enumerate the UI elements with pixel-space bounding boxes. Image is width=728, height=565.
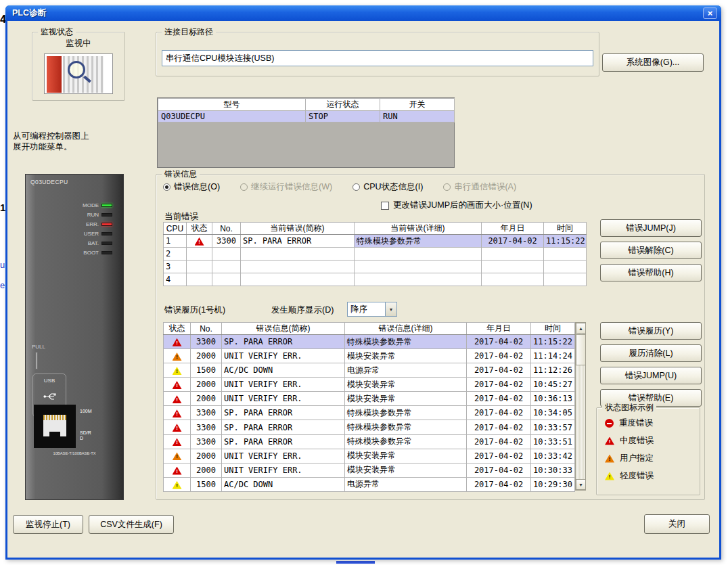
date-cell: 2017-04-02	[467, 363, 531, 378]
plc-diagnostics-dialog: PLC诊断 × 监视状态 监视中 从可编程控制器图上 展开功能菜单。 Q03UD…	[5, 5, 721, 560]
error-no-cell	[212, 261, 241, 273]
column-header: 当前错误(简称)	[241, 223, 355, 235]
error-no-cell: 3300	[191, 434, 222, 449]
error-brief-cell: UNIT VERIFY ERR.	[222, 349, 345, 363]
status-cell: !	[164, 477, 191, 491]
connection-path-group: 连接目标路径 串行通信CPU模块连接(USB)	[156, 32, 599, 76]
history-row[interactable]: !2000UNIT VERIFY ERR.模块安装异常2017-04-0211:…	[164, 349, 575, 363]
radio-continue-error[interactable]: 继续运行错误信息(W)	[240, 181, 332, 193]
chevron-down-icon[interactable]: ▼	[385, 302, 396, 316]
monitor-stop-button[interactable]: 监视停止(T)	[13, 515, 83, 534]
scroll-down-icon[interactable]: ▼	[576, 479, 586, 490]
history-row[interactable]: !1500AC/DC DOWN电源异常2017-04-0211:12:26	[164, 363, 575, 378]
close-icon[interactable]: ×	[703, 7, 717, 19]
radio-label: CPU状态信息(I)	[363, 181, 423, 193]
history-row[interactable]: !2000UNIT VERIFY ERR.模块安装异常2017-04-0210:…	[164, 378, 575, 392]
exclamation-mark: !	[605, 474, 614, 480]
title-bar[interactable]: PLC诊断 ×	[5, 5, 721, 21]
history-row[interactable]: !3300SP. PARA ERROR特殊模块参数异常2017-04-0210:…	[164, 434, 575, 449]
status-cell: !	[164, 449, 191, 463]
date-cell: 2017-04-02	[467, 477, 531, 491]
error-brief-cell	[241, 248, 355, 261]
medium-error-icon: !	[173, 409, 182, 417]
error-history-button[interactable]: 错误履历(Y)	[600, 322, 702, 340]
led-user	[101, 232, 112, 235]
column-header: 时间	[531, 323, 575, 335]
system-image-button[interactable]: 系统图像(G)...	[602, 53, 704, 72]
radio-circle	[352, 183, 360, 191]
model-table-row[interactable]: Q03UDECPUSTOPRUN	[158, 111, 455, 122]
time-cell: 11:12:26	[531, 363, 575, 378]
history-row[interactable]: !1500AC/DC DOWN电源异常2017-04-0210:29:30	[164, 477, 575, 491]
scroll-up-icon[interactable]: ▲	[576, 323, 586, 334]
time-cell	[544, 261, 587, 273]
current-error-table[interactable]: CPU状态No.当前错误(简称)当前错误(详细)年月日时间1!3300SP. P…	[163, 222, 587, 286]
status-cell	[187, 261, 212, 273]
legend-item: !中度错误	[605, 435, 654, 447]
history-row[interactable]: !2000UNIT VERIFY ERR.模块安装异常2017-04-0210:…	[164, 449, 575, 463]
status-cell: !	[164, 434, 191, 449]
radio-serial-error[interactable]: 串行通信错误(A)	[443, 181, 516, 193]
led-label: USER	[84, 231, 99, 237]
led-bat	[101, 242, 112, 245]
current-error-row[interactable]: 2	[164, 248, 587, 261]
severe-error-icon	[605, 419, 614, 428]
background-bar-fragment	[336, 561, 375, 564]
background-text-fragment: u	[0, 260, 5, 270]
error-brief-cell: SP. PARA ERROR	[222, 434, 345, 449]
error-brief-cell: SP. PARA ERROR	[222, 420, 345, 434]
status-cell: !	[164, 349, 191, 363]
current-error-row[interactable]: 1!3300SP. PARA ERROR特殊模块参数异常2017-04-0211…	[164, 235, 587, 248]
checkbox-box[interactable]	[381, 202, 389, 210]
column-header: CPU	[164, 223, 187, 235]
monitor-status-text: 监视中	[32, 38, 124, 49]
column-header: 错误信息(简称)	[222, 323, 345, 335]
radio-circle	[163, 183, 170, 191]
history-row[interactable]: !3300SP. PARA ERROR特殊模块参数异常2017-04-0210:…	[164, 420, 575, 434]
error-help-button[interactable]: 错误帮助(H)	[600, 264, 702, 281]
model-table-grid[interactable]: 型号运行状态开关Q03UDECPUSTOPRUN	[158, 98, 455, 122]
date-cell: 2017-04-02	[467, 420, 531, 434]
error-brief-cell: UNIT VERIFY ERR.	[222, 449, 345, 463]
history-table[interactable]: 状态No.错误信息(简称)错误信息(详细)年月日时间!3300SP. PARA …	[163, 322, 575, 492]
scrollbar-thumb[interactable]	[576, 334, 586, 365]
history-scrollbar[interactable]: ▲ ▼	[575, 322, 586, 491]
error-detail-cell: 特殊模块参数异常	[345, 406, 467, 420]
history-row[interactable]: !3300SP. PARA ERROR特殊模块参数异常2017-04-0211:…	[164, 335, 575, 349]
error-brief-cell: UNIT VERIFY ERR.	[222, 392, 345, 406]
model-table: 型号运行状态开关Q03UDECPUSTOPRUN	[157, 97, 455, 168]
port-speed-label: 100M	[80, 409, 92, 414]
medium-error-icon: !	[173, 338, 182, 346]
error-clear-button[interactable]: 错误解除(C)	[600, 242, 702, 259]
date-cell: 2017-04-02	[467, 434, 531, 449]
current-error-row[interactable]: 4	[164, 273, 587, 286]
error-no-cell: 2000	[191, 463, 222, 477]
radio-error-info[interactable]: 错误信息(O)	[163, 181, 220, 193]
order-select[interactable]: 降序 ▼	[347, 302, 397, 317]
exclamation-mark: !	[173, 439, 182, 446]
csv-generate-button[interactable]: CSV文件生成(F)	[89, 515, 174, 534]
history-row[interactable]: !3300SP. PARA ERROR特殊模块参数异常2017-04-0210:…	[164, 406, 575, 420]
radio-cpu-status[interactable]: CPU状态信息(I)	[352, 181, 423, 193]
current-error-row[interactable]: 3	[164, 261, 587, 273]
legend-item: !用户指定	[605, 453, 654, 464]
radio-dot	[165, 185, 168, 189]
status-cell: !	[164, 420, 191, 434]
history-clear-button[interactable]: 履历清除(L)	[600, 344, 702, 362]
history-row[interactable]: !2000UNIT VERIFY ERR.模块安装异常2017-04-0210:…	[164, 463, 575, 477]
error-no-cell: 2000	[191, 378, 222, 392]
column-header: 年月日	[467, 323, 531, 335]
history-table-wrap: 状态No.错误信息(简称)错误信息(详细)年月日时间!3300SP. PARA …	[163, 322, 586, 492]
time-cell	[544, 273, 587, 286]
error-jump-history-button[interactable]: 错误JUMP(U)	[600, 367, 702, 384]
error-brief-cell: SP. PARA ERROR	[222, 335, 345, 349]
led-boot	[101, 251, 112, 254]
exclamation-mark: !	[605, 438, 614, 445]
close-dialog-button[interactable]: 关闭	[644, 514, 710, 534]
jump-size-checkbox[interactable]: 更改错误JUMP后的画面大小·位置(N)	[381, 200, 532, 211]
error-jump-button[interactable]: 错误JUMP(J)	[600, 219, 702, 237]
history-row[interactable]: !2000UNIT VERIFY ERR.模块安装异常2017-04-0210:…	[164, 392, 575, 406]
legend-items: 重度错误!中度错误!用户指定!轻度错误	[605, 417, 654, 488]
usb-label: USB	[33, 378, 66, 384]
dialog-body: 监视状态 监视中 从可编程控制器图上 展开功能菜单。 Q03UDECPU MOD…	[7, 21, 719, 558]
